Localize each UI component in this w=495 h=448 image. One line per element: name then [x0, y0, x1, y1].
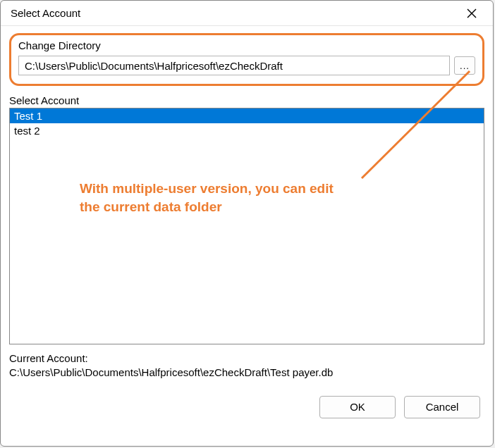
current-account-path: C:\Users\Public\Documents\Halfpricesoft\… [9, 366, 484, 380]
list-item[interactable]: test 2 [10, 123, 484, 138]
current-account-label: Current Account: [9, 351, 484, 366]
change-directory-label: Change Directory [18, 39, 475, 51]
select-account-label: Select Account [9, 94, 484, 106]
select-account-dialog: Select Account Change Directory ... Sele… [0, 0, 494, 447]
titlebar: Select Account [1, 1, 493, 26]
change-directory-highlight: Change Directory ... [9, 33, 484, 86]
close-button[interactable] [459, 4, 484, 23]
browse-button[interactable]: ... [454, 56, 475, 75]
list-item[interactable]: Test 1 [10, 108, 484, 123]
listbox-wrap: Test 1 test 2 With multiple-user version… [9, 108, 484, 344]
cancel-button[interactable]: Cancel [404, 396, 480, 418]
dialog-title: Select Account [11, 7, 80, 19]
account-listbox[interactable]: Test 1 test 2 [9, 108, 484, 344]
directory-row: ... [18, 56, 475, 75]
ok-button[interactable]: OK [319, 396, 396, 418]
dialog-content: Change Directory ... Select Account Test… [1, 26, 493, 446]
close-icon [467, 8, 477, 18]
directory-input[interactable] [18, 56, 450, 75]
button-row: OK Cancel [9, 396, 484, 418]
current-account-info: Current Account: C:\Users\Public\Documen… [9, 351, 484, 380]
